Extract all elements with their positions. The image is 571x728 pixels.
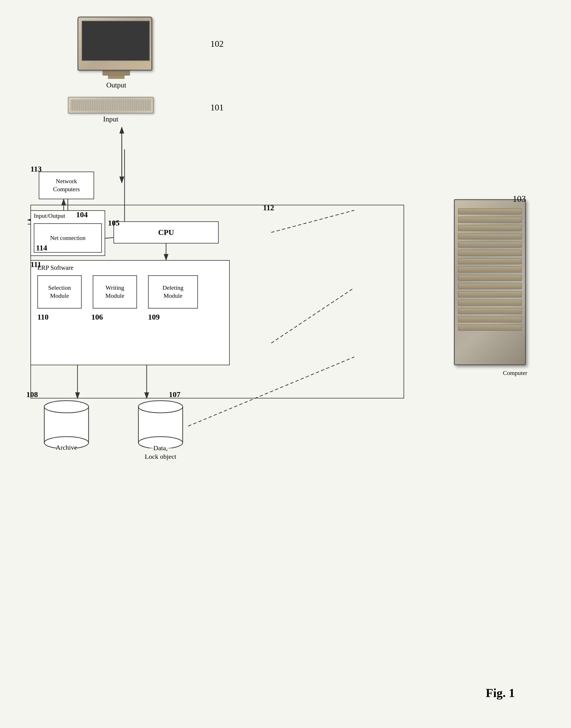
deleting-module-label: DeletingModule (162, 284, 184, 300)
ref-105: 105 (108, 219, 120, 227)
cpu-label: CPU (158, 228, 174, 237)
selection-module-box: SelectionModule (37, 275, 82, 309)
drive-14 (458, 316, 522, 322)
ref-114: 114 (36, 243, 47, 252)
network-computers-box: NetworkComputers (39, 171, 94, 199)
archive-cylinder (39, 393, 94, 448)
drive-7 (458, 258, 522, 264)
monitor-stand (108, 76, 125, 79)
ref-104: 104 (76, 210, 88, 219)
drive-5 (458, 242, 522, 248)
ref-109: 109 (148, 313, 160, 322)
output-device: Output (78, 17, 155, 80)
drive-13 (458, 308, 522, 314)
net-connection-label: Net connection (50, 235, 86, 242)
tower-drives (458, 208, 522, 333)
keyboard-keys (71, 100, 151, 111)
drive-9 (458, 275, 522, 281)
drive-1 (458, 208, 522, 215)
drive-12 (458, 300, 522, 306)
ref-113: 113 (30, 165, 41, 173)
input-output-label: Input/Output (34, 212, 65, 219)
ref-112: 112 (263, 203, 274, 212)
drive-3 (458, 225, 522, 231)
drive-11 (458, 291, 522, 297)
computer-server (454, 199, 526, 365)
drive-6 (458, 250, 522, 256)
output-label: Output (78, 81, 155, 89)
ref-106: 106 (91, 313, 103, 322)
drive-8 (458, 266, 522, 272)
drive-4 (458, 233, 522, 239)
ref-108: 108 (26, 390, 38, 399)
input-label: Input (68, 115, 153, 123)
drive-15 (458, 325, 522, 331)
data-area: Data,Lock object (133, 393, 188, 461)
ref-101: 101 (210, 102, 224, 113)
monitor-body (78, 17, 152, 71)
drive-10 (458, 283, 522, 289)
svg-point-24 (138, 401, 183, 413)
figure-label: Fig. 1 (486, 686, 515, 700)
tower-body (454, 199, 526, 365)
monitor-base (102, 71, 130, 76)
cpu-box: CPU (113, 221, 219, 243)
drive-2 (458, 217, 522, 223)
keyboard-body (68, 97, 153, 113)
ref-110: 110 (37, 313, 48, 322)
selection-module-label: SelectionModule (48, 284, 71, 300)
ref-102: 102 (210, 39, 224, 49)
svg-point-21 (44, 401, 89, 413)
computer-label: Computer (503, 369, 527, 377)
ref-107: 107 (169, 390, 181, 399)
data-cylinder (133, 393, 188, 448)
archive-area: Archive (39, 393, 94, 451)
writing-module-label: WritingModule (105, 284, 124, 300)
input-device: Input (68, 97, 153, 116)
erp-software-label: ERP Software (37, 264, 73, 271)
ref-111: 111 (30, 260, 41, 269)
ref-103: 103 (512, 194, 526, 204)
deleting-module-box: DeletingModule (148, 275, 198, 309)
writing-module-box: WritingModule (93, 275, 137, 309)
network-computers-label: NetworkComputers (53, 177, 80, 193)
monitor-screen (82, 21, 150, 61)
